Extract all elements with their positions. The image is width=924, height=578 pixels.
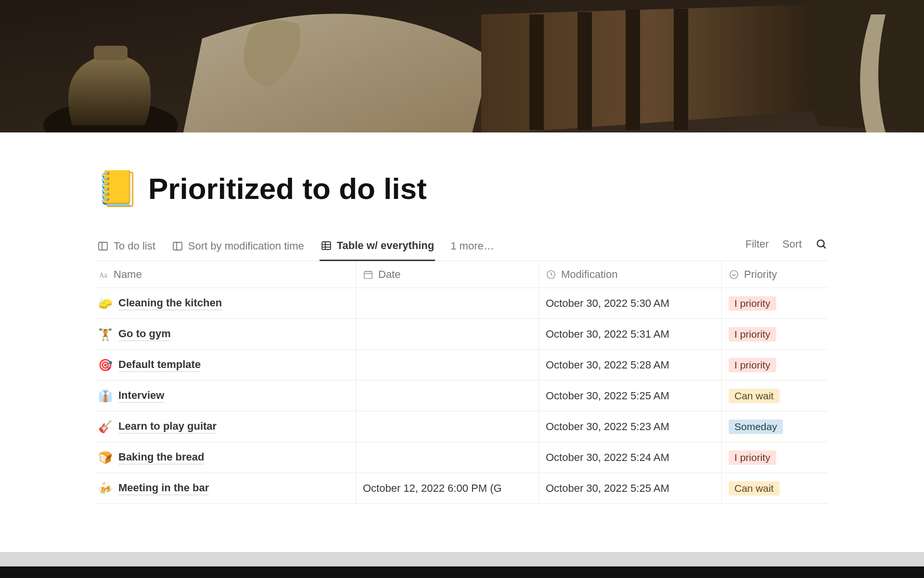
view-tab-label: Sort by modification time xyxy=(188,240,304,252)
modification-value: October 30, 2022 5:30 AM xyxy=(546,297,669,310)
os-taskbar xyxy=(0,552,924,578)
cell-date[interactable] xyxy=(356,411,539,442)
row-title: Interview xyxy=(118,389,164,403)
cell-modification[interactable]: October 30, 2022 5:23 AM xyxy=(539,411,722,442)
page-emoji[interactable]: 📒 xyxy=(96,171,140,206)
filter-button[interactable]: Filter xyxy=(745,238,769,250)
svg-rect-10 xyxy=(173,242,182,250)
cell-priority[interactable]: Can wait xyxy=(722,473,828,503)
row-emoji: 🏋️ xyxy=(98,328,113,341)
view-tab-2[interactable]: Table w/ everything xyxy=(320,235,436,261)
modification-value: October 30, 2022 5:23 AM xyxy=(546,420,669,433)
cell-priority[interactable]: I priority xyxy=(722,350,828,380)
cell-modification[interactable]: October 30, 2022 5:30 AM xyxy=(539,288,722,318)
cell-priority[interactable]: I priority xyxy=(722,319,828,349)
view-tab-1[interactable]: Sort by modification time xyxy=(171,235,305,260)
views-bar: To do listSort by modification timeTable… xyxy=(96,235,828,261)
row-emoji: 🎸 xyxy=(98,420,113,434)
modification-value: October 30, 2022 5:24 AM xyxy=(546,451,669,464)
page-header: 📒 Prioritized to do list xyxy=(96,132,828,206)
column-header-label: Modification xyxy=(561,268,617,281)
table-view-icon xyxy=(321,240,332,251)
calendar-icon xyxy=(363,269,373,280)
cell-date[interactable] xyxy=(356,319,539,349)
cell-priority[interactable]: Someday xyxy=(722,411,828,442)
cell-date[interactable] xyxy=(356,381,539,411)
cell-name[interactable]: 🎯Default template xyxy=(96,350,356,380)
cell-modification[interactable]: October 30, 2022 5:28 AM xyxy=(539,350,722,380)
svg-line-17 xyxy=(823,246,825,248)
app-window: 📒 Prioritized to do list To do listSort … xyxy=(0,0,924,578)
row-title: Baking the bread xyxy=(118,451,204,464)
column-header-name[interactable]: Aa Name xyxy=(96,261,356,288)
cell-date[interactable] xyxy=(356,350,539,380)
cell-name[interactable]: 🎸Learn to play guitar xyxy=(96,411,356,442)
modification-value: October 30, 2022 5:28 AM xyxy=(546,359,669,371)
svg-rect-19 xyxy=(364,271,372,278)
table-row[interactable]: 🍞Baking the breadOctober 30, 2022 5:24 A… xyxy=(96,442,828,473)
database-table: Aa Name Date xyxy=(96,261,828,504)
svg-point-16 xyxy=(817,240,824,247)
column-header-modification[interactable]: Modification xyxy=(539,261,722,288)
svg-text:Aa: Aa xyxy=(99,271,108,278)
table-row[interactable]: 🏋️Go to gymOctober 30, 2022 5:31 AMI pri… xyxy=(96,319,828,350)
column-header-date[interactable]: Date xyxy=(356,261,539,288)
row-emoji: 🎯 xyxy=(98,358,113,372)
table-row[interactable]: 🎸Learn to play guitarOctober 30, 2022 5:… xyxy=(96,411,828,442)
cell-modification[interactable]: October 30, 2022 5:25 AM xyxy=(539,473,722,503)
modification-value: October 30, 2022 5:31 AM xyxy=(546,328,669,341)
table-header-row: Aa Name Date xyxy=(96,261,828,288)
svg-rect-12 xyxy=(322,242,331,250)
row-emoji: 🍞 xyxy=(98,451,113,464)
cover-image xyxy=(0,0,924,132)
cell-name[interactable]: 🧽Cleaning the kitchen xyxy=(96,288,356,318)
table-row[interactable]: 🍻Meeting in the barOctober 12, 2022 6:00… xyxy=(96,473,828,504)
view-tab-label: Table w/ everything xyxy=(337,239,435,252)
svg-rect-8 xyxy=(99,242,107,250)
priority-pill: Can wait xyxy=(729,481,780,496)
svg-rect-7 xyxy=(0,0,924,132)
text-type-icon: Aa xyxy=(98,269,109,280)
select-type-icon xyxy=(729,269,739,280)
cell-modification[interactable]: October 30, 2022 5:24 AM xyxy=(539,442,722,473)
modification-value: October 30, 2022 5:25 AM xyxy=(546,482,669,495)
cell-name[interactable]: 🍞Baking the bread xyxy=(96,442,356,473)
svg-point-24 xyxy=(730,270,738,278)
cell-name[interactable]: 👔Interview xyxy=(96,381,356,411)
cell-priority[interactable]: I priority xyxy=(722,288,828,318)
table-row[interactable]: 👔InterviewOctober 30, 2022 5:25 AMCan wa… xyxy=(96,381,828,411)
sort-button[interactable]: Sort xyxy=(783,238,802,250)
cell-modification[interactable]: October 30, 2022 5:31 AM xyxy=(539,319,722,349)
column-header-label: Priority xyxy=(744,268,777,281)
priority-pill: I priority xyxy=(729,327,776,342)
priority-pill: Someday xyxy=(729,420,783,434)
view-tab-0[interactable]: To do list xyxy=(96,235,156,260)
cell-modification[interactable]: October 30, 2022 5:25 AM xyxy=(539,381,722,411)
row-title: Meeting in the bar xyxy=(118,482,209,495)
cell-priority[interactable]: I priority xyxy=(722,442,828,473)
cell-date[interactable] xyxy=(356,288,539,318)
views-more-label: 1 more… xyxy=(450,240,494,252)
cell-priority[interactable]: Can wait xyxy=(722,381,828,411)
priority-pill: I priority xyxy=(729,450,776,465)
row-title: Default template xyxy=(118,358,201,372)
column-header-priority[interactable]: Priority xyxy=(722,261,828,288)
priority-pill: I priority xyxy=(729,296,776,311)
cell-name[interactable]: 🏋️Go to gym xyxy=(96,319,356,349)
cell-name[interactable]: 🍻Meeting in the bar xyxy=(96,473,356,503)
cell-date[interactable] xyxy=(356,442,539,473)
search-icon[interactable] xyxy=(815,238,828,250)
priority-pill: Can wait xyxy=(729,389,780,403)
column-header-label: Name xyxy=(114,268,142,281)
row-title: Cleaning the kitchen xyxy=(118,297,222,310)
board-view-icon xyxy=(172,240,183,252)
modification-value: October 30, 2022 5:25 AM xyxy=(546,390,669,402)
table-row[interactable]: 🎯Default templateOctober 30, 2022 5:28 A… xyxy=(96,350,828,381)
cell-date[interactable]: October 12, 2022 6:00 PM (G xyxy=(356,473,539,503)
table-row[interactable]: 🧽Cleaning the kitchenOctober 30, 2022 5:… xyxy=(96,288,828,319)
board-view-icon xyxy=(97,240,109,252)
row-title: Go to gym xyxy=(118,328,171,341)
page-title[interactable]: Prioritized to do list xyxy=(148,171,427,206)
views-more[interactable]: 1 more… xyxy=(449,235,495,260)
row-emoji: 🧽 xyxy=(98,297,113,310)
